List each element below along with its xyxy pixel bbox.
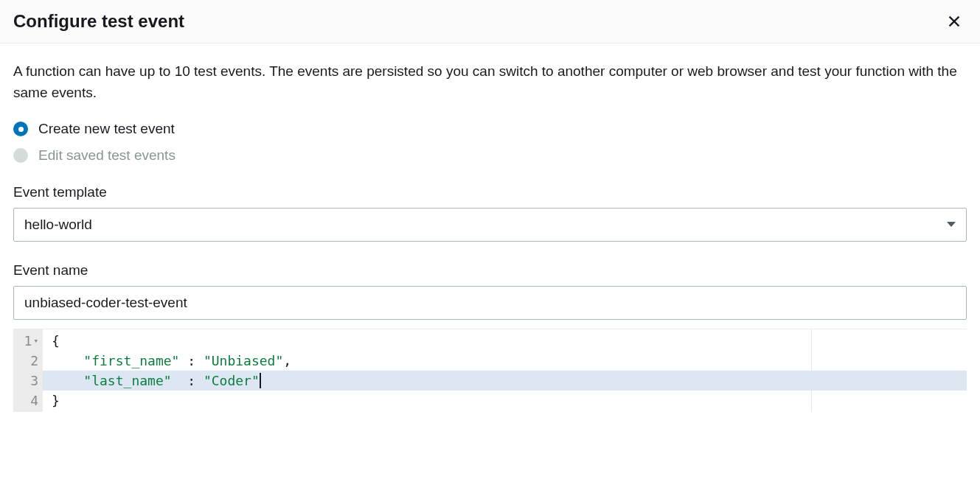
text-cursor: [260, 373, 261, 388]
edit-saved-events-radio: Edit saved test events: [13, 147, 967, 164]
dialog-body: A function can have up to 10 test events…: [0, 43, 980, 412]
event-template-value: hello-world: [13, 208, 967, 242]
event-mode-radio-group: Create new test event Edit saved test ev…: [13, 121, 967, 164]
line-number: 2: [30, 351, 38, 371]
code-punct: :: [179, 353, 204, 368]
code-gutter: 1▾ 2 3 4: [13, 329, 43, 412]
code-punct: ,: [283, 353, 291, 368]
dialog-description: A function can have up to 10 test events…: [13, 61, 967, 103]
radio-icon: [13, 148, 28, 163]
line-number: 1: [24, 331, 32, 351]
event-template-label: Event template: [13, 184, 967, 200]
event-name-label: Event name: [13, 262, 967, 279]
code-bracket: }: [52, 393, 60, 408]
code-key: "first_name": [83, 353, 179, 368]
code-string: "Unbiased": [204, 353, 283, 368]
json-code-editor[interactable]: 1▾ 2 3 4 { "first_name" : "Unbiased", "l…: [13, 329, 967, 412]
create-new-event-label: Create new test event: [38, 121, 175, 137]
event-template-field: Event template hello-world: [13, 184, 967, 242]
dialog-header: Configure test event: [0, 0, 980, 43]
code-line: "first_name" : "Unbiased",: [43, 351, 967, 371]
code-content[interactable]: { "first_name" : "Unbiased", "last_name"…: [43, 329, 967, 412]
close-button[interactable]: [943, 10, 965, 32]
edit-saved-events-label: Edit saved test events: [38, 147, 176, 164]
caret-down-icon: [946, 218, 956, 231]
dialog-title: Configure test event: [13, 11, 184, 32]
event-name-field: Event name: [13, 262, 967, 320]
fold-caret-icon[interactable]: ▾: [33, 331, 38, 351]
close-icon: [946, 13, 962, 29]
code-punct: :: [172, 373, 204, 388]
radio-icon: [13, 122, 28, 136]
event-name-input[interactable]: [13, 286, 967, 320]
line-number: 3: [30, 371, 38, 391]
code-line: "last_name" : "Coder": [43, 371, 967, 391]
code-key: "last_name": [83, 373, 171, 388]
code-bracket: {: [52, 333, 60, 349]
code-line: {: [43, 331, 967, 351]
code-line: }: [43, 391, 967, 410]
create-new-event-radio[interactable]: Create new test event: [13, 121, 967, 137]
event-template-select[interactable]: hello-world: [13, 208, 967, 242]
code-string: "Coder": [204, 373, 260, 388]
line-number: 4: [30, 391, 38, 410]
